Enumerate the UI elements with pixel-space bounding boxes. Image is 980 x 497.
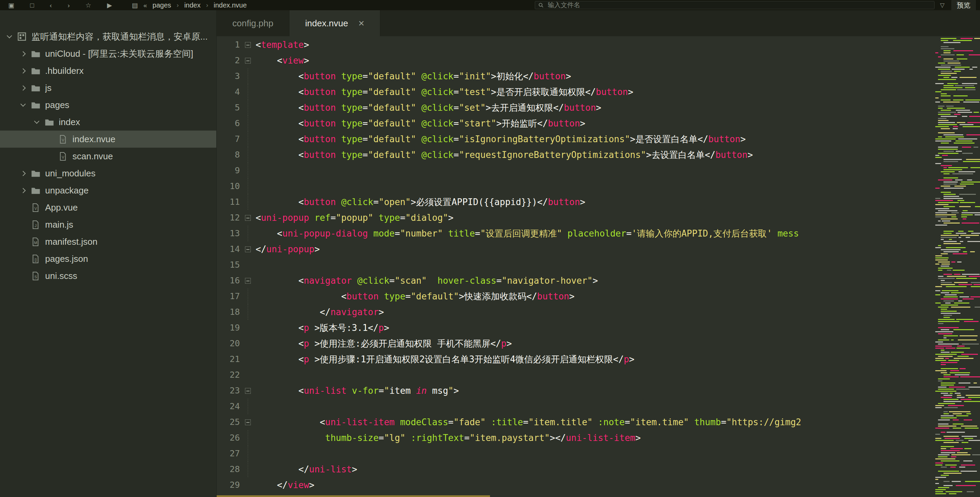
tree-item[interactable]: uniCloud - [阿里云:未关联云服务空间] [0,45,216,62]
code-line[interactable]: 23 <uni-list v-for="item in msg"> [216,383,935,398]
close-tab-icon[interactable]: × [358,18,364,29]
minimap-line [935,194,980,195]
minimap-line [935,56,980,58]
collapse-breadcrumb-icon[interactable]: « [143,2,147,8]
code-line[interactable]: 26 thumb-size="lg" :rightText="item.pays… [216,430,935,446]
tree-item[interactable]: Mmanifest.json [0,233,216,250]
fold-gutter [240,163,256,178]
forward-icon[interactable]: › [68,2,70,8]
code-text: </uni-popup> [256,241,320,257]
star-icon[interactable]: ☆ [86,2,91,8]
minimap-line [935,495,980,497]
tree-item[interactable]: Jmain.js [0,216,216,233]
code-line[interactable]: 10 [216,178,935,194]
tree-collapsed-arrow-icon[interactable] [17,172,29,175]
file-search-input[interactable]: 输入文件名 [535,1,935,9]
tree-item[interactable]: []pages.json [0,250,216,267]
code-area[interactable]: 1<template>2 <view>3 <button type="defau… [216,36,935,497]
fold-gutter [240,320,256,336]
fold-marker-icon[interactable] [240,414,256,430]
line-number: 14 [216,241,240,257]
code-line[interactable]: 22 [216,367,935,383]
filter-icon[interactable]: ▽ [940,2,945,9]
tree-item[interactable]: Suni.scss [0,267,216,284]
minimap-line [935,444,980,445]
tree-expanded-arrow-icon[interactable] [3,35,15,38]
back-icon[interactable]: ‹ [49,2,52,8]
minimap-line [935,485,980,486]
tab-index-nvue[interactable]: index.nvue× [290,10,380,36]
vue-icon: V [56,135,70,144]
code-editor[interactable]: 1<template>2 <view>3 <button type="defau… [216,36,980,497]
code-line[interactable]: 6 <button type="default" @click="start">… [216,116,935,131]
fold-marker-icon[interactable] [240,210,256,226]
tree-item[interactable]: Vscan.nvue [0,148,216,165]
code-line[interactable]: 17 <button type="default">快速添加收款码</butto… [216,288,935,304]
tree-item[interactable]: 监听通知栏内容，获取通知栏消息，安卓原... [0,28,216,45]
tree-expanded-arrow-icon[interactable] [17,104,29,106]
code-line[interactable]: 28 </uni-list> [216,462,935,477]
tree-item[interactable]: pages [0,96,216,113]
code-line[interactable]: 3 <button type="default" @click="init">初… [216,68,935,84]
tree-collapsed-arrow-icon[interactable] [17,189,29,193]
tree-collapsed-arrow-icon[interactable] [17,52,29,56]
minimap-line [935,159,980,160]
tree-item[interactable]: VApp.vue [0,199,216,216]
code-line[interactable]: 29 </view> [216,477,935,493]
tree-item[interactable]: uni_modules [0,165,216,182]
minimap-line [935,432,980,433]
minimap-line [935,401,980,402]
new-window-icon[interactable]: □ [30,2,34,8]
code-line[interactable]: 19 <p >版本号:3.1</p> [216,320,935,336]
code-line[interactable]: 9 [216,163,935,178]
minimap-line [935,38,980,39]
breadcrumb-item[interactable]: index.nvue [213,2,247,9]
project-manager-icon[interactable]: ▣ [8,2,14,8]
minimap-line [935,303,980,304]
code-line[interactable]: 21 <p >使用步骤:1开启通知权限2设置白名单3开始监听4微信必须开启通知栏… [216,351,935,367]
tree-item[interactable]: .hbuilderx [0,62,216,79]
tab-config-php[interactable]: config.php [216,10,290,36]
tree-item[interactable]: js [0,79,216,96]
code-line[interactable]: 12<uni-popup ref="popup" type="dialog"> [216,210,935,226]
code-line[interactable]: 1<template> [216,37,935,53]
tree-item[interactable]: unpackage [0,182,216,199]
preview-button[interactable]: 预览 [951,0,976,11]
fold-marker-icon[interactable] [240,241,256,257]
tree-expanded-arrow-icon[interactable] [31,121,42,123]
code-line[interactable]: 13 <uni-popup-dialog mode="number" title… [216,226,935,241]
fold-marker-icon[interactable] [240,53,256,68]
code-line[interactable]: 15 [216,257,935,273]
code-line[interactable]: 24 [216,398,935,414]
breadcrumb-item[interactable]: pages [153,2,171,9]
minimap-line [935,462,980,464]
fold-marker-icon[interactable] [240,273,256,288]
minimap[interactable] [935,36,980,497]
code-line[interactable]: 11 <button @click="open">必须设置APPID({{app… [216,194,935,210]
tree-collapsed-arrow-icon[interactable] [17,69,29,73]
code-line[interactable]: 27 [216,446,935,462]
horizontal-scrollbar[interactable] [216,495,490,497]
minimap-line [935,425,980,427]
minimap-line [935,417,980,419]
run-icon[interactable]: ▶ [107,2,112,8]
tree-item[interactable]: Vindex.nvue [0,131,216,148]
fold-gutter [240,257,256,273]
code-line[interactable]: 16 <navigator @click="scan" hover-class=… [216,273,935,288]
code-text: <p >版本号:3.1</p> [256,320,389,336]
breadcrumb-item[interactable]: index [184,2,200,9]
tree-item[interactable]: index [0,113,216,131]
code-line[interactable]: 25 <uni-list-item modeClass="fade" :titl… [216,414,935,430]
code-line[interactable]: 5 <button type="default" @click="set">去开… [216,100,935,116]
code-line[interactable]: 18 </navigator> [216,304,935,320]
code-line[interactable]: 8 <button type="default" @click="request… [216,147,935,163]
code-line[interactable]: 7 <button type="default" @click="isIgnor… [216,131,935,147]
code-line[interactable]: 2 <view> [216,53,935,68]
minimap-line [935,421,980,423]
fold-marker-icon[interactable] [240,37,256,53]
code-line[interactable]: 20 <p >使用注意:必须开启通知权限 手机不能黑屏</p> [216,336,935,351]
tree-collapsed-arrow-icon[interactable] [17,86,29,90]
code-line[interactable]: 14</uni-popup> [216,241,935,257]
fold-marker-icon[interactable] [240,383,256,398]
code-line[interactable]: 4 <button type="default" @click="test">是… [216,84,935,100]
